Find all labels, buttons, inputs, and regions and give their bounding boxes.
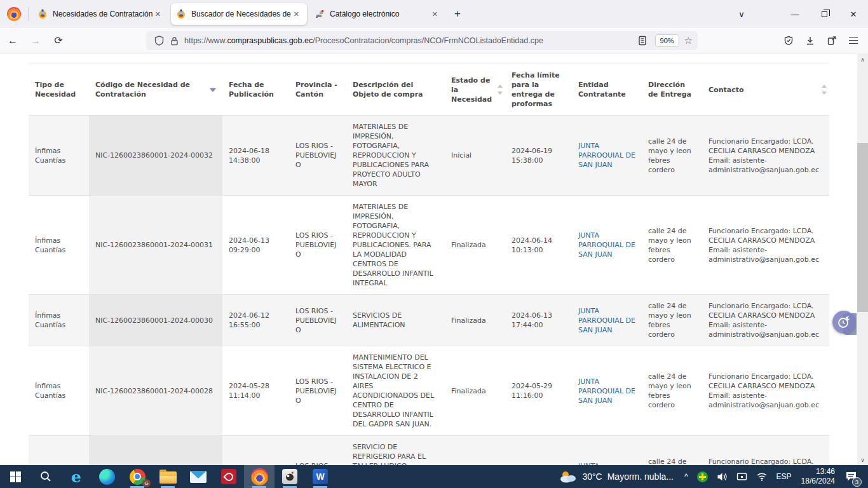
needs-table-body: Ínfimas CuantíasNIC-1260023860001-2024-0… bbox=[29, 116, 829, 466]
entity-link[interactable]: JUNTA PARROQUIAL DE SAN JUAN bbox=[578, 142, 635, 169]
weather-widget[interactable]: 30°C Mayorm. nubla... bbox=[552, 470, 680, 484]
cell-entidad: JUNTA PARROQUIAL DE SAN JUAN bbox=[572, 295, 642, 346]
toolbar-right-icons bbox=[778, 31, 864, 50]
forward-button[interactable]: → bbox=[25, 31, 46, 50]
antivirus-tray-button[interactable] bbox=[693, 465, 712, 488]
menu-icon[interactable] bbox=[843, 31, 864, 50]
reload-button[interactable]: ⟳ bbox=[48, 31, 69, 50]
firefox-button[interactable] bbox=[244, 465, 275, 488]
scrollbar-thumb[interactable] bbox=[857, 143, 868, 312]
tab-catalogo[interactable]: Catálogo electrónico ✕ bbox=[309, 3, 445, 25]
tray-expand-button[interactable]: ^ bbox=[680, 465, 693, 488]
cell-fecha-limite: 2024-05-28 16:22:00 bbox=[505, 436, 572, 466]
zoom-level-button[interactable]: 90% bbox=[655, 34, 679, 47]
share-icon[interactable] bbox=[821, 31, 843, 50]
header-sort-end[interactable] bbox=[823, 64, 829, 116]
windows-logo-icon bbox=[10, 471, 21, 482]
tab-buscador[interactable]: Buscador de Necesidades de Co ✕ bbox=[171, 3, 307, 25]
lock-icon[interactable] bbox=[166, 33, 182, 48]
word-icon: W bbox=[313, 469, 328, 484]
search-button[interactable] bbox=[31, 465, 61, 488]
keyboard-language-button[interactable]: ESP bbox=[772, 465, 796, 488]
header-estado[interactable]: Estado de la Necesidad bbox=[445, 64, 505, 116]
table-row: Ínfimas CuantíasNIC-1260023860001-2024-0… bbox=[29, 295, 829, 346]
header-provincia[interactable]: Provincia - Cantón bbox=[289, 64, 346, 116]
scroll-up-arrow[interactable]: ∧ bbox=[857, 54, 868, 65]
word-button[interactable]: W bbox=[305, 465, 336, 488]
notification-center-button[interactable]: 3 bbox=[840, 465, 865, 488]
close-icon[interactable]: ✕ bbox=[291, 9, 302, 20]
edge-button[interactable] bbox=[92, 465, 122, 488]
floating-timer-button[interactable] bbox=[832, 311, 855, 334]
window-close-button[interactable]: ✕ bbox=[839, 3, 868, 25]
acrobat-button[interactable] bbox=[214, 465, 244, 488]
clock-widget[interactable]: 13:46 18/6/2024 bbox=[796, 467, 840, 486]
header-entidad[interactable]: Entidad Contratante bbox=[572, 64, 642, 116]
volume-button[interactable] bbox=[712, 465, 732, 488]
header-tipo[interactable]: Tipo de Necesidad bbox=[29, 64, 89, 116]
internet-explorer-icon: e bbox=[71, 469, 81, 485]
cell-estado: Finalizada bbox=[445, 295, 505, 346]
firefox-view-button[interactable] bbox=[3, 3, 25, 25]
cell-direccion: calle 24 de mayo y leon febres cordero bbox=[642, 436, 702, 466]
file-explorer-button[interactable] bbox=[153, 465, 183, 488]
header-fecha-limite[interactable]: Fecha límite para la entrega de proforma… bbox=[505, 64, 572, 116]
tab-necesidades[interactable]: Necesidades de Contratación y ✕ bbox=[32, 3, 168, 25]
vertical-scrollbar[interactable]: ∧ ∨ bbox=[857, 54, 868, 465]
header-descripcion[interactable]: Descripción del Objeto de compra bbox=[346, 64, 445, 116]
cell-fecha-publicacion: 2024-06-12 16:55:00 bbox=[222, 295, 289, 346]
header-fecha-publicacion[interactable]: Fecha de Publicación bbox=[222, 64, 289, 116]
chrome-button[interactable]: G bbox=[122, 465, 153, 488]
firefox-icon bbox=[251, 468, 268, 485]
cell-codigo: NIC-1260023860001-2024-00029 bbox=[89, 436, 222, 466]
cell-tipo: Ínfimas Cuantías bbox=[29, 116, 89, 196]
header-direccion[interactable]: Dirección de Entrega bbox=[642, 64, 702, 116]
table-header-row: Tipo de Necesidad Código de Necesidad de… bbox=[29, 64, 829, 116]
cell-fecha-limite: 2024-06-14 10:13:00 bbox=[505, 196, 572, 295]
bookmark-star-icon[interactable]: ☆ bbox=[684, 35, 693, 46]
reader-mode-icon[interactable] bbox=[635, 33, 650, 48]
close-icon[interactable]: ✕ bbox=[430, 9, 440, 20]
entity-link[interactable]: JUNTA PARROQUIAL DE SAN JUAN bbox=[578, 377, 635, 405]
misc-app-button[interactable] bbox=[275, 465, 305, 488]
maximize-button[interactable] bbox=[810, 3, 839, 25]
edge-icon bbox=[99, 469, 115, 485]
cell-descripcion: MATERIALES DE IMPRESIÓN, FOTOGRAFIA, REP… bbox=[346, 116, 445, 196]
cell-fecha-publicacion: 2024-06-13 09:29:00 bbox=[222, 196, 289, 295]
cell-tipo: Ínfimas Cuantías bbox=[29, 346, 89, 436]
display-connect-button[interactable] bbox=[732, 465, 752, 488]
cell-descripcion: SERVICIO DE REFRIGERIO PARA EL TALLER LU… bbox=[346, 436, 445, 466]
cell-entidad: JUNTA PARROQUIAL DE SAN JUAN bbox=[572, 346, 642, 436]
table-row: Ínfimas CuantíasNIC-1260023860001-2024-0… bbox=[29, 116, 829, 196]
cell-codigo: NIC-1260023860001-2024-00028 bbox=[89, 346, 222, 436]
wifi-button[interactable] bbox=[752, 465, 772, 488]
entity-link[interactable]: JUNTA PARROQUIAL DE SAN JUAN bbox=[578, 307, 635, 334]
downloads-icon[interactable] bbox=[799, 31, 821, 50]
browser-window: Necesidades de Contratación y ✕ Buscador… bbox=[0, 0, 868, 488]
cell-fecha-limite: 2024-06-19 15:38:00 bbox=[505, 116, 572, 196]
start-button[interactable] bbox=[0, 465, 31, 488]
header-contacto[interactable]: Contacto bbox=[702, 64, 823, 116]
scroll-down-arrow[interactable]: ∨ bbox=[857, 454, 868, 465]
new-tab-button[interactable]: + bbox=[448, 4, 467, 24]
ecuador-crest-favicon bbox=[176, 9, 186, 19]
entity-link[interactable]: JUNTA PARROQUIAL DE SAN JUAN bbox=[578, 231, 635, 259]
tab-overflow-button[interactable]: ∨ bbox=[731, 3, 752, 25]
header-codigo[interactable]: Código de Necesidad de Contratación bbox=[89, 64, 222, 116]
tracking-protection-shield-icon[interactable] bbox=[151, 33, 166, 48]
table-row: Ínfimas CuantíasNIC-1260023860001-2024-0… bbox=[29, 436, 829, 466]
taskbar: e G W 30 bbox=[0, 465, 868, 488]
tab-separator bbox=[28, 7, 29, 21]
minimize-button[interactable]: — bbox=[780, 3, 810, 25]
url-bar[interactable]: https://www.compraspublicas.gob.ec/Proce… bbox=[146, 31, 698, 50]
extension-shield-icon[interactable] bbox=[778, 31, 799, 50]
internet-explorer-button[interactable]: e bbox=[61, 465, 92, 488]
back-button[interactable]: ← bbox=[3, 31, 23, 50]
close-icon[interactable]: ✕ bbox=[153, 9, 163, 20]
monitor-icon bbox=[736, 472, 747, 482]
needs-table: Tipo de Necesidad Código de Necesidad de… bbox=[29, 64, 829, 465]
hamburger-lines bbox=[849, 37, 858, 44]
sort-icon bbox=[497, 84, 503, 95]
mail-button[interactable] bbox=[183, 465, 214, 488]
folder-icon bbox=[159, 471, 177, 484]
